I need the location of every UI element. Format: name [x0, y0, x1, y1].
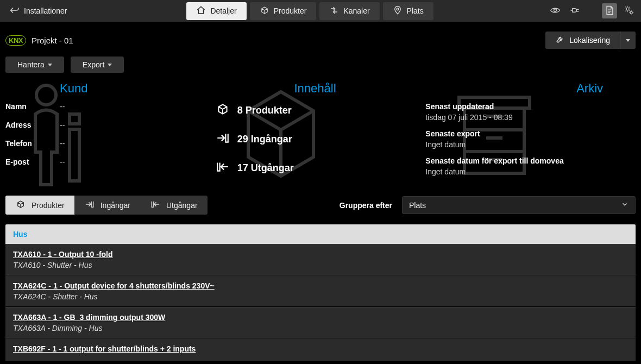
group-by-label: Gruppera efter — [340, 201, 392, 210]
connect-button[interactable] — [567, 3, 582, 18]
chevron-down-icon — [626, 39, 630, 42]
list-item-sub: TXA663A - Dimming - Hus — [13, 324, 628, 332]
domovea-label: Senaste datum för export till domovea — [425, 156, 636, 165]
channels-icon — [329, 5, 339, 17]
document-icon — [604, 5, 615, 17]
output-arrow-icon — [150, 199, 161, 211]
back-arrow-icon — [10, 7, 20, 16]
project-name: Projekt - 01 — [32, 36, 73, 45]
gears-icon — [624, 5, 634, 17]
document-button[interactable] — [602, 3, 617, 18]
localize-button[interactable]: Lokalisering — [545, 32, 636, 49]
summary-columns: Kund Namn-- Adress-- Telefon-- E-post-- … — [0, 81, 641, 196]
name-value: -- — [60, 102, 65, 111]
group-by-select[interactable]: Plats — [402, 196, 636, 214]
tab-details-label: Detaljer — [210, 7, 236, 15]
list-item[interactable]: TXA610 - 1 - Output 10 -fold TXA610 - Sh… — [5, 244, 636, 275]
phone-value: -- — [60, 139, 65, 148]
list-group-header: Hus — [5, 224, 636, 244]
content-products: 8 Produkter — [216, 102, 426, 119]
list-item-title: TXB692F - 1 - 1 output for shutter/blind… — [13, 344, 628, 353]
tab-location-label: Plats — [407, 7, 424, 15]
content-column: Innehåll 8 Produkter 29 Ingångar 17 Utgå… — [216, 81, 426, 185]
eye-icon — [550, 5, 561, 17]
manage-button[interactable]: Hantera — [5, 57, 64, 73]
content-outputs: 17 Utgångar — [216, 160, 426, 177]
topbar-right — [548, 3, 637, 18]
updated-label: Senast uppdaterad — [425, 102, 636, 111]
address-value: -- — [60, 121, 65, 129]
content-inputs: 29 Ingångar — [216, 131, 426, 148]
content-products-text: 8 Produkter — [237, 105, 292, 116]
address-label: Adress — [5, 121, 60, 129]
input-arrow-icon — [216, 131, 230, 148]
input-arrow-icon — [84, 199, 95, 211]
content-title: Innehåll — [205, 81, 426, 96]
email-label: E-post — [5, 158, 60, 166]
phone-label: Telefon — [5, 139, 60, 148]
subtab-products[interactable]: Produkter — [5, 196, 74, 215]
tab-location[interactable]: Plats — [383, 2, 433, 20]
svg-point-0 — [397, 8, 399, 10]
subtab-outputs-label: Utgångar — [166, 201, 198, 210]
name-label: Namn — [5, 102, 60, 111]
localize-label: Lokalisering — [569, 36, 610, 45]
nav-tabs: Detaljer Produkter Kanaler Plats — [186, 2, 433, 20]
list-item[interactable]: TXA663A - 1 - GB_3 dimming output 300W T… — [5, 307, 636, 338]
archive-title: Arkiv — [425, 81, 636, 96]
list-item-title: TXA624C - 1 - Output device for 4 shutte… — [13, 281, 628, 290]
export-label: Senaste export — [425, 129, 636, 138]
pin-icon — [393, 5, 403, 17]
subtab-products-label: Produkter — [32, 201, 65, 210]
knx-logo: KNX — [5, 35, 26, 46]
sub-tab-bar: Produkter Ingångar Utgångar Gruppera eft… — [0, 196, 641, 215]
topbar: Installationer Detaljer Produkter Kanale… — [0, 0, 641, 22]
list-item-sub: TXA624C - Shutter - Hus — [13, 292, 628, 301]
domovea-value: Inget datum — [425, 167, 636, 176]
project-header: KNX Projekt - 01 Lokalisering — [0, 22, 641, 54]
subtab-inputs-label: Ingångar — [100, 201, 130, 210]
output-arrow-icon — [216, 160, 230, 177]
tab-products-label: Produkter — [274, 7, 307, 15]
export-button[interactable]: Export — [71, 57, 124, 73]
back-label: Installationer — [24, 7, 67, 15]
action-row: Hantera Export — [0, 54, 641, 81]
list-item-title: TXA610 - 1 - Output 10 -fold — [13, 250, 628, 259]
updated-value: tisdag 07 juli 2015 - 08:39 — [425, 113, 636, 122]
chevron-down-icon — [48, 64, 52, 66]
svg-point-2 — [626, 8, 629, 10]
person-bg-icon — [22, 81, 87, 192]
localize-dropdown[interactable] — [620, 32, 636, 49]
customer-column: Kund Namn-- Adress-- Telefon-- E-post-- — [5, 81, 216, 185]
email-value: -- — [60, 158, 65, 166]
svg-point-1 — [554, 9, 557, 11]
tab-channels-label: Kanaler — [343, 7, 369, 15]
svg-point-3 — [630, 11, 632, 14]
tab-details[interactable]: Detaljer — [186, 2, 246, 20]
wrench-icon — [555, 35, 565, 46]
export-value: Inget datum — [425, 140, 636, 149]
export-label: Export — [83, 60, 104, 69]
cube-icon — [260, 5, 269, 17]
content-inputs-text: 29 Ingångar — [237, 134, 292, 145]
list-item[interactable]: TXB692F - 1 - 1 output for shutter/blind… — [5, 338, 636, 361]
archive-column: Arkiv Senast uppdaterad tisdag 07 juli 2… — [425, 81, 636, 185]
list-item[interactable]: TXA624C - 1 - Output device for 4 shutte… — [5, 275, 636, 307]
chevron-down-icon — [621, 200, 629, 210]
subtab-outputs[interactable]: Utgångar — [140, 196, 208, 215]
subtab-inputs[interactable]: Ingångar — [74, 196, 140, 215]
list-item-title: TXA663A - 1 - GB_3 dimming output 300W — [13, 313, 628, 322]
cube-icon — [15, 199, 26, 211]
list-item-sub: TXA610 - Shutter - Hus — [13, 261, 628, 269]
house-icon — [196, 5, 206, 17]
cube-icon — [216, 102, 230, 119]
settings-button[interactable] — [621, 3, 637, 18]
back-button[interactable]: Installationer — [4, 4, 72, 18]
chevron-down-icon — [108, 64, 112, 66]
plug-icon — [569, 5, 580, 17]
visibility-button[interactable] — [548, 3, 563, 18]
product-list: Hus TXA610 - 1 - Output 10 -fold TXA610 … — [0, 224, 641, 361]
tab-products[interactable]: Produkter — [250, 2, 317, 20]
localize-main[interactable]: Lokalisering — [545, 35, 620, 46]
tab-channels[interactable]: Kanaler — [319, 2, 379, 20]
